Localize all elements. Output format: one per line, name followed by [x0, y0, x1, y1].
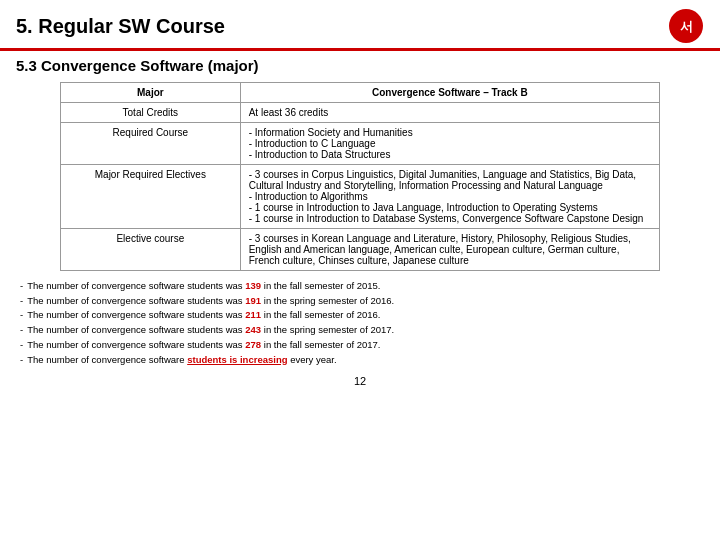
- bullet-text-1: The number of convergence software stude…: [27, 294, 394, 309]
- bullet-item-1: -The number of convergence software stud…: [20, 294, 700, 309]
- convergence-table: Major Convergence Software – Track B Tot…: [60, 82, 660, 271]
- bullet-text-5: The number of convergence software stude…: [27, 353, 336, 368]
- table-row-label-0: Total Credits: [61, 103, 241, 123]
- bullet-highlight-0: 139: [245, 280, 261, 291]
- table-row-value-3: - 3 courses in Korean Language and Liter…: [240, 229, 659, 271]
- section-subtitle: 5.3 Convergence Software (major): [0, 51, 720, 78]
- bullet-highlight-5: students is increasing: [187, 354, 287, 365]
- bullet-item-0: -The number of convergence software stud…: [20, 279, 700, 294]
- bullet-highlight-1: 191: [245, 295, 261, 306]
- col-header-major: Major: [61, 83, 241, 103]
- table-row-label-2: Major Required Electives: [61, 165, 241, 229]
- table-row-label-3: Elective course: [61, 229, 241, 271]
- university-logo: 서: [668, 8, 704, 44]
- svg-text:서: 서: [680, 19, 693, 34]
- page-header: 5. Regular SW Course 서: [0, 0, 720, 51]
- bullet-item-4: -The number of convergence software stud…: [20, 338, 700, 353]
- bullet-text-3: The number of convergence software stude…: [27, 323, 394, 338]
- table-row-value-2: - 3 courses in Corpus Linguistics, Digit…: [240, 165, 659, 229]
- bullet-highlight-3: 243: [245, 324, 261, 335]
- bullet-item-3: -The number of convergence software stud…: [20, 323, 700, 338]
- bullet-text-0: The number of convergence software stude…: [27, 279, 380, 294]
- col-header-track: Convergence Software – Track B: [240, 83, 659, 103]
- bullet-highlight-4: 278: [245, 339, 261, 350]
- bullet-item-2: -The number of convergence software stud…: [20, 308, 700, 323]
- bullet-dash: -: [20, 294, 23, 309]
- bullet-highlight-2: 211: [245, 309, 261, 320]
- bullet-dash: -: [20, 338, 23, 353]
- bullet-text-4: The number of convergence software stude…: [27, 338, 380, 353]
- bullet-section: -The number of convergence software stud…: [0, 271, 720, 371]
- table-row-value-1: - Information Society and Humanities- In…: [240, 123, 659, 165]
- bullet-dash: -: [20, 308, 23, 323]
- bullet-text-2: The number of convergence software stude…: [27, 308, 380, 323]
- bullet-dash: -: [20, 323, 23, 338]
- table-row-label-1: Required Course: [61, 123, 241, 165]
- bullet-dash: -: [20, 279, 23, 294]
- table-row-value-0: At least 36 credits: [240, 103, 659, 123]
- bullet-dash: -: [20, 353, 23, 368]
- page-title: 5. Regular SW Course: [16, 15, 225, 38]
- bullet-item-5: -The number of convergence software stud…: [20, 353, 700, 368]
- page-number: 12: [0, 375, 720, 387]
- course-table-container: Major Convergence Software – Track B Tot…: [0, 82, 720, 271]
